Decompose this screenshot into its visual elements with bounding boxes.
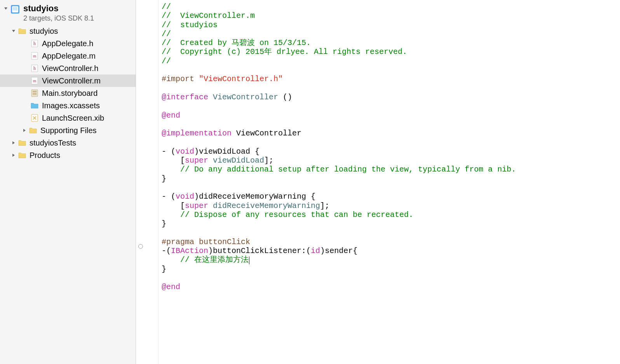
- code-comment: //: [162, 2, 171, 11]
- code-plain: [162, 165, 180, 174]
- folder-icon: [29, 126, 37, 135]
- code-comment: // Do any additional setup after loading…: [180, 165, 516, 174]
- code-plain: ): [208, 246, 213, 255]
- tree-folder-studyios[interactable]: studyios: [0, 25, 136, 37]
- xcassets-folder-icon: [30, 101, 39, 110]
- editor-gutter[interactable]: [136, 0, 158, 364]
- code-plain: ): [194, 192, 199, 201]
- tree-item-label: Images.xcassets: [42, 101, 100, 110]
- code-keyword: id: [311, 246, 320, 255]
- tree-file-appdelegate-h[interactable]: h AppDelegate.h: [0, 37, 136, 50]
- code-builtin: viewDidLoad: [213, 156, 264, 165]
- code-string: "ViewController.h": [199, 75, 283, 83]
- code-comment: // studyios: [162, 21, 218, 29]
- disclosure-triangle-open-icon[interactable]: [11, 28, 16, 34]
- tree-file-images-xcassets[interactable]: Images.xcassets: [0, 99, 136, 112]
- code-plain: - (: [162, 147, 176, 156]
- impl-file-icon: m: [30, 76, 39, 85]
- header-file-icon: h: [30, 39, 39, 48]
- iboutlet-connection-marker-icon[interactable]: [138, 244, 143, 249]
- code-plain: sender{: [325, 246, 357, 255]
- tree-item-label: Supporting Files: [40, 126, 97, 135]
- svg-rect-12: [33, 91, 37, 92]
- tree-folder-supporting-files[interactable]: Supporting Files: [0, 124, 136, 137]
- code-keyword: @implementation: [162, 129, 232, 138]
- code-plain: (): [283, 93, 292, 102]
- impl-file-icon: m: [30, 52, 39, 60]
- code-text-area[interactable]: // // ViewController.m // studyios // //…: [158, 0, 620, 364]
- code-comment: // Copyright (c) 2015年 drlyee. All right…: [162, 47, 407, 56]
- code-plain: [: [180, 156, 185, 165]
- code-keyword: super: [185, 156, 208, 165]
- code-keyword: IBAction: [171, 246, 208, 255]
- disclosure-triangle-closed-icon[interactable]: [22, 128, 27, 133]
- code-plain: }: [162, 174, 166, 183]
- tree-item-label: LaunchScreen.xib: [42, 114, 104, 123]
- code-keyword: void: [176, 192, 194, 201]
- code-keyword: void: [176, 147, 194, 156]
- xcode-project-icon: [10, 4, 20, 14]
- code-comment: // ViewController.m: [162, 11, 255, 20]
- code-comment: // Dispose of any resources that can be …: [180, 210, 413, 219]
- code-class: ViewController: [213, 93, 278, 102]
- code-plain: - (: [162, 192, 176, 201]
- tree-item-label: Main.storyboard: [42, 89, 98, 98]
- tree-item-label: AppDelegate.m: [42, 52, 96, 61]
- code-editor[interactable]: // // ViewController.m // studyios // //…: [136, 0, 620, 364]
- code-plain: {: [311, 192, 315, 201]
- code-keyword: @end: [162, 111, 180, 120]
- tree-folder-studyiostests[interactable]: studyiosTests: [0, 137, 136, 149]
- code-plain: {: [255, 147, 259, 156]
- code-comment: //: [162, 29, 171, 38]
- project-root-item[interactable]: studyios 2 targets, iOS SDK 8.1: [0, 2, 136, 25]
- disclosure-triangle-open-icon[interactable]: [3, 6, 9, 11]
- svg-text:h: h: [33, 41, 36, 46]
- code-plain: didReceiveMemoryWarning: [199, 192, 306, 201]
- svg-text:m: m: [33, 54, 37, 58]
- project-subtitle: 2 targets, iOS SDK 8.1: [23, 14, 94, 23]
- disclosure-triangle-closed-icon[interactable]: [11, 153, 16, 158]
- code-plain: }: [162, 219, 166, 228]
- code-preproc: #import: [162, 75, 194, 83]
- code-plain: }: [162, 265, 166, 274]
- code-keyword: @interface: [162, 93, 208, 102]
- svg-text:h: h: [33, 66, 36, 71]
- tree-folder-products[interactable]: Products: [0, 149, 136, 161]
- svg-rect-2: [13, 7, 17, 10]
- tree-item-label: ViewController.m: [42, 76, 101, 85]
- code-preproc: #pragma: [162, 237, 194, 246]
- tree-item-label: ViewController.h: [42, 64, 98, 73]
- code-plain: [: [180, 201, 185, 210]
- tree-file-launchscreen-xib[interactable]: LaunchScreen.xib: [0, 112, 136, 124]
- tree-item-label: studyiosTests: [30, 139, 76, 147]
- code-plain: viewDidLoad: [199, 147, 250, 156]
- code-builtin: didReceiveMemoryWarning: [213, 201, 320, 210]
- tree-file-main-storyboard[interactable]: Main.storyboard: [0, 87, 136, 99]
- code-plain: buttonClickListener:: [213, 246, 306, 255]
- code-comment: //: [162, 57, 171, 66]
- xib-file-icon: [30, 114, 39, 122]
- code-plain: -(: [162, 246, 171, 255]
- project-text-block: studyios 2 targets, iOS SDK 8.1: [23, 3, 94, 23]
- code-comment: // Created by 马碧波 on 15/3/15.: [162, 38, 311, 47]
- disclosure-triangle-closed-icon[interactable]: [11, 140, 16, 146]
- code-plain: [162, 156, 180, 165]
- code-plain: ViewController: [236, 129, 301, 138]
- code-plain: [162, 210, 180, 219]
- tree-file-appdelegate-m[interactable]: m AppDelegate.m: [0, 50, 136, 62]
- project-name: studyios: [23, 3, 94, 14]
- file-navigator-sidebar[interactable]: studyios 2 targets, iOS SDK 8.1 studyios…: [0, 0, 136, 364]
- folder-icon: [18, 139, 26, 147]
- code-plain: [162, 255, 180, 264]
- header-file-icon: h: [30, 64, 39, 73]
- tree-item-label: studyios: [30, 27, 58, 36]
- tree-file-viewcontroller-m[interactable]: m ViewController.m: [0, 75, 136, 87]
- code-keyword: super: [185, 201, 208, 210]
- code-plain: ];: [264, 156, 273, 165]
- svg-rect-13: [33, 93, 37, 95]
- svg-text:m: m: [33, 78, 37, 83]
- code-keyword: @end: [162, 283, 180, 291]
- tree-file-viewcontroller-h[interactable]: h ViewController.h: [0, 62, 136, 75]
- code-comment: // 在这里添加方法: [180, 255, 249, 264]
- code-plain: [162, 201, 180, 210]
